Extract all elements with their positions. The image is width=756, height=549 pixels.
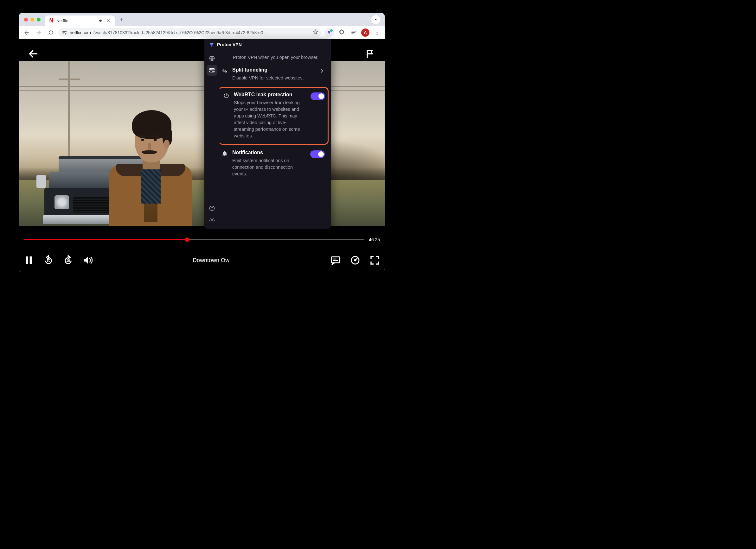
progress-row: 46:25 (24, 237, 380, 242)
ext-help-button[interactable] (207, 203, 217, 214)
tabs-dropdown-button[interactable] (371, 15, 380, 24)
ext-tab-settings[interactable] (207, 65, 217, 76)
toggle-on[interactable] (310, 150, 325, 158)
minimize-window-button[interactable] (30, 18, 34, 22)
progress-thumb[interactable] (185, 238, 189, 242)
setting-split_tunneling[interactable]: Split tunnelingDisable VPN for selected … (220, 63, 327, 86)
setting-desc: Stops your browser from leaking your IP … (234, 99, 307, 139)
svg-text:10: 10 (47, 259, 50, 263)
browser-menu-button[interactable] (373, 28, 381, 37)
ext-content: Proton VPN when you open your browser. S… (220, 50, 331, 229)
control-row: 10 10 Downtown Owl (24, 255, 380, 265)
forward-10-button[interactable]: 10 (63, 255, 73, 265)
netflix-player: 46:25 10 10 Downtown Owl (19, 39, 385, 272)
setting-desc: Emit system notifications on connection … (232, 157, 306, 177)
setting-title: Split tunneling (232, 67, 306, 73)
setting-webrtc: WebRTC leak protectionStops your browser… (220, 87, 329, 145)
protonvpn-extension-button[interactable] (324, 28, 334, 37)
tab-title: Netflix (56, 18, 96, 23)
subtitles-button[interactable] (330, 255, 341, 265)
progress-fill (24, 239, 187, 240)
svg-point-13 (211, 69, 211, 69)
svg-point-14 (213, 71, 213, 72)
svg-point-16 (212, 209, 212, 210)
extensions-puzzle-icon[interactable] (337, 28, 346, 37)
pause-button[interactable] (24, 255, 34, 265)
nav-back-button[interactable] (22, 28, 31, 37)
url-bar[interactable]: netflix.com/watch/81781033?trackId=25582… (58, 28, 321, 37)
media-control-icon[interactable] (349, 28, 358, 37)
bookmark-star-icon[interactable] (312, 29, 318, 36)
toolbar: netflix.com/watch/81781033?trackId=25582… (19, 26, 385, 39)
setting-notifications: NotificationsEmit system notifications o… (220, 146, 327, 182)
ext-tab-globe[interactable] (207, 53, 217, 64)
svg-rect-4 (30, 257, 32, 264)
svg-point-9 (355, 260, 356, 261)
svg-rect-11 (210, 68, 215, 70)
rewind-10-button[interactable]: 10 (43, 255, 54, 265)
setting-title: WebRTC leak protection (234, 92, 307, 98)
tab-audio-icon[interactable] (98, 18, 103, 23)
close-window-button[interactable] (24, 18, 28, 22)
site-settings-icon[interactable] (61, 30, 67, 35)
volume-button[interactable] (83, 255, 93, 265)
time-remaining: 46:25 (369, 237, 380, 242)
setting-desc: Disable VPN for selected websites. (232, 75, 306, 81)
player-back-button[interactable] (28, 48, 39, 61)
playback-speed-button[interactable] (350, 255, 360, 265)
url-domain: netflix.com (70, 30, 91, 35)
netflix-favicon-icon: N (49, 18, 54, 23)
protonvpn-logo-icon (209, 42, 215, 48)
new-tab-button[interactable]: + (117, 15, 126, 24)
svg-rect-3 (26, 257, 28, 264)
power-icon (222, 92, 231, 99)
tab-strip: N Netflix + (19, 13, 385, 26)
svg-point-0 (377, 30, 378, 31)
profile-avatar[interactable]: A (361, 29, 369, 37)
browser-window: N Netflix + netflix.co (19, 13, 385, 272)
svg-text:10: 10 (66, 259, 70, 263)
toggle-on[interactable] (311, 93, 325, 100)
ext-header: Proton VPN (204, 39, 331, 50)
ext-gear-button[interactable] (207, 215, 217, 226)
protonvpn-popup: Proton VPN (204, 39, 331, 229)
maximize-window-button[interactable] (37, 18, 41, 22)
tab-netflix[interactable]: N Netflix (45, 16, 115, 26)
player-flag-button[interactable] (365, 48, 376, 61)
nav-reload-button[interactable] (46, 28, 55, 37)
svg-point-2 (377, 34, 378, 35)
window-controls (22, 18, 42, 22)
nav-forward-button[interactable] (34, 28, 43, 37)
svg-point-1 (377, 32, 378, 33)
split-icon (220, 67, 229, 74)
tab-close-button[interactable] (106, 18, 111, 23)
svg-point-17 (211, 220, 213, 221)
ext-title: Proton VPN (217, 42, 242, 47)
video-title: Downtown Owl (93, 257, 330, 264)
chevron-right-icon (318, 68, 325, 75)
url-path: /watch/81781033?trackId=255824129&tctx=0… (93, 30, 310, 35)
bell-icon (220, 150, 229, 157)
svg-rect-7 (331, 257, 340, 263)
progress-bar[interactable] (24, 239, 364, 240)
ext-sidebar (204, 50, 220, 229)
setting-title: Notifications (232, 150, 306, 156)
fullscreen-button[interactable] (370, 255, 380, 265)
setting-autoconnect-desc-tail: Proton VPN when you open your browser. (220, 52, 327, 63)
